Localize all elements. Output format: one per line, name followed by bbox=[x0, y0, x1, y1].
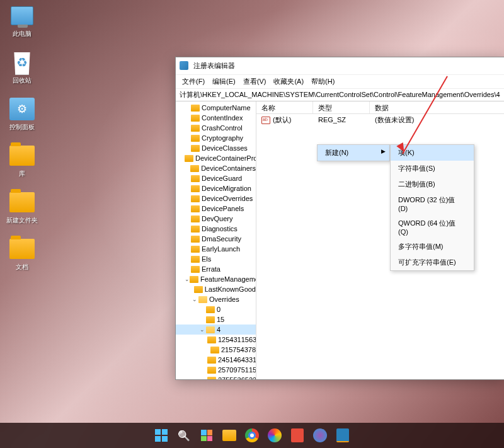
tree-item[interactable]: 2570975115 bbox=[176, 365, 256, 375]
tree-item[interactable]: DeviceOverrides bbox=[176, 193, 256, 204]
tree-item-label: DeviceClasses bbox=[202, 144, 248, 152]
app-icon bbox=[313, 428, 327, 442]
folder-icon bbox=[206, 306, 215, 313]
tree-item[interactable]: ⌄FeatureManagement bbox=[176, 274, 256, 284]
submenu-item[interactable]: 项(K) bbox=[391, 145, 474, 161]
titlebar[interactable]: 注册表编辑器 bbox=[176, 57, 504, 75]
folder-icon bbox=[191, 226, 200, 233]
taskbar-app-1[interactable] bbox=[265, 426, 284, 445]
tree-expander-icon[interactable]: ⌄ bbox=[185, 276, 190, 282]
submenu-item[interactable]: 多字符串值(M) bbox=[391, 239, 474, 255]
tree-item[interactable]: Errata bbox=[176, 264, 256, 274]
address-bar[interactable]: 计算机\HKEY_LOCAL_MACHINE\SYSTEM\CurrentCon… bbox=[176, 89, 504, 101]
recycle-icon bbox=[11, 50, 33, 75]
desktop-icon-recycle[interactable]: 回收站 bbox=[3, 50, 41, 85]
col-header-name[interactable]: 名称 bbox=[256, 101, 313, 113]
desktop-icon-control[interactable]: 控制面板 bbox=[3, 96, 41, 132]
menu-favorites[interactable]: 收藏夹(A) bbox=[270, 77, 307, 86]
taskbar-explorer[interactable] bbox=[220, 426, 239, 445]
desktop-icon-folder-2[interactable]: 新建文件夹 bbox=[3, 190, 41, 225]
tree-item-label: DeviceMigration bbox=[202, 185, 251, 192]
folder-icon bbox=[207, 357, 216, 364]
context-menu-primary: 新建(N) ▶ bbox=[317, 144, 390, 161]
tree-item[interactable]: 215754378 bbox=[176, 345, 256, 355]
tree-item-label: 4 bbox=[217, 326, 220, 333]
value-row[interactable]: (默认) REG_SZ (数值未设置) bbox=[256, 114, 504, 125]
submenu-item[interactable]: 字符串值(S) bbox=[391, 161, 474, 176]
taskbar-app-4[interactable] bbox=[333, 426, 352, 445]
col-header-data[interactable]: 数据 bbox=[370, 101, 504, 113]
tree-item[interactable]: 2755536522 bbox=[176, 375, 256, 379]
tree-item-label: Diagnostics bbox=[202, 225, 238, 233]
tree-item-label: DmaSecurity bbox=[202, 235, 241, 243]
tree-item[interactable]: Cryptography bbox=[176, 133, 256, 143]
tree-item-label: 2570975115 bbox=[218, 366, 256, 374]
tree-item[interactable]: ⌄Overrides bbox=[176, 294, 256, 304]
tree-expander-icon[interactable]: ⌄ bbox=[192, 296, 198, 302]
menu-item-new[interactable]: 新建(N) ▶ bbox=[318, 145, 389, 161]
tree-item-label: DevicePanels bbox=[202, 205, 244, 212]
tree-item[interactable]: DeviceContainerPropertyUpda bbox=[176, 153, 256, 163]
desktop-icon-folder-1[interactable]: 库 bbox=[3, 143, 41, 178]
tree-item-label: 215754378 bbox=[221, 346, 256, 353]
menu-edit[interactable]: 编辑(E) bbox=[209, 77, 239, 86]
folder-icon bbox=[206, 316, 215, 323]
search-button[interactable] bbox=[175, 426, 193, 445]
submenu-item[interactable]: 可扩充字符串值(E) bbox=[391, 255, 474, 270]
submenu-item[interactable]: QWORD (64 位)值(Q) bbox=[391, 215, 474, 239]
menu-file[interactable]: 文件(F) bbox=[178, 77, 209, 86]
tree-item-label: EarlyLaunch bbox=[202, 245, 240, 253]
tree-item[interactable]: DevQuery bbox=[176, 214, 256, 224]
folder-icon bbox=[191, 195, 200, 202]
tree-item[interactable]: ⌄4 bbox=[176, 325, 256, 335]
tree-item-label: Cryptography bbox=[202, 134, 243, 142]
taskbar-chrome[interactable] bbox=[243, 426, 261, 445]
folder-icon bbox=[207, 336, 216, 343]
folder-icon bbox=[191, 256, 200, 263]
folder-icon bbox=[206, 326, 215, 333]
tree-item[interactable]: DeviceContainers bbox=[176, 163, 256, 173]
tree-item[interactable]: LastKnownGood bbox=[176, 284, 256, 294]
folder-icon bbox=[191, 145, 200, 152]
tree-item[interactable]: 2451464331 bbox=[176, 355, 256, 365]
tree-item-label: LastKnownGood bbox=[205, 285, 256, 293]
registry-tree[interactable]: ComputerNameContentIndexCrashControlCryp… bbox=[176, 101, 256, 379]
submenu-item[interactable]: 二进制值(B) bbox=[391, 176, 474, 192]
tree-item[interactable]: Els bbox=[176, 254, 256, 264]
tree-item[interactable]: Diagnostics bbox=[176, 224, 256, 234]
taskview-button[interactable] bbox=[197, 426, 216, 445]
menubar: 文件(F) 编辑(E) 查看(V) 收藏夹(A) 帮助(H) bbox=[176, 75, 504, 89]
menu-view[interactable]: 查看(V) bbox=[239, 77, 270, 86]
value-type-cell: REG_SZ bbox=[313, 115, 370, 124]
tree-item[interactable]: DeviceMigration bbox=[176, 183, 256, 193]
chevron-right-icon: ▶ bbox=[381, 148, 386, 154]
tree-item[interactable]: ContentIndex bbox=[176, 113, 256, 123]
value-data-cell: (数值未设置) bbox=[370, 115, 504, 125]
desktop-icon-folder-3[interactable]: 文档 bbox=[3, 236, 41, 272]
tree-item[interactable]: EarlyLaunch bbox=[176, 244, 256, 254]
tree-item[interactable]: DmaSecurity bbox=[176, 234, 256, 244]
tree-expander-icon[interactable]: ⌄ bbox=[200, 326, 206, 333]
tree-item[interactable]: 15 bbox=[176, 314, 256, 325]
taskbar-app-2[interactable] bbox=[288, 426, 307, 445]
tree-item-label: FeatureManagement bbox=[200, 275, 256, 283]
tree-item[interactable]: 0 bbox=[176, 304, 256, 314]
submenu-item[interactable]: DWORD (32 位)值(D) bbox=[391, 192, 474, 215]
start-button[interactable] bbox=[152, 426, 171, 445]
taskbar-app-3[interactable] bbox=[311, 426, 329, 445]
desktop-icon-label: 回收站 bbox=[13, 76, 32, 85]
desktop-icon-label: 控制面板 bbox=[9, 123, 35, 132]
tree-item[interactable]: 1254311563 bbox=[176, 335, 256, 345]
list-header: 名称 类型 数据 bbox=[256, 101, 504, 114]
tree-item-label: DeviceContainers bbox=[201, 164, 256, 172]
tree-item[interactable]: ComputerName bbox=[176, 103, 256, 113]
desktop-icon-computer[interactable]: 此电脑 bbox=[3, 3, 41, 38]
tree-item[interactable]: CrashControl bbox=[176, 123, 256, 133]
tree-item[interactable]: DevicePanels bbox=[176, 204, 256, 214]
tree-item[interactable]: DeviceGuard bbox=[176, 173, 256, 183]
desktop-icon-label: 库 bbox=[19, 169, 25, 178]
menu-help[interactable]: 帮助(H) bbox=[307, 77, 338, 86]
tree-item[interactable]: DeviceClasses bbox=[176, 143, 256, 153]
col-header-type[interactable]: 类型 bbox=[313, 101, 370, 113]
tree-item-label: 2755536522 bbox=[218, 376, 256, 379]
